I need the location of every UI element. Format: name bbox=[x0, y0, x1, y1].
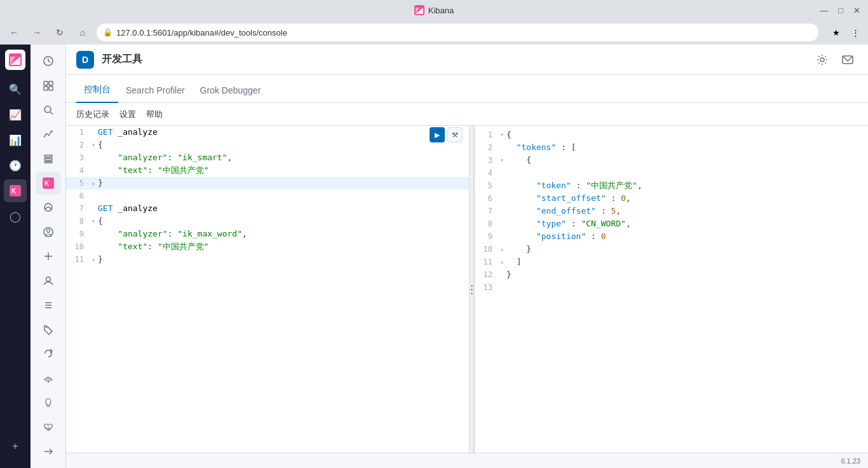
app-logo: D bbox=[76, 51, 94, 69]
sidebar-item-visualize[interactable] bbox=[36, 123, 61, 146]
back-button[interactable]: ← bbox=[5, 24, 23, 41]
svg-rect-12 bbox=[49, 81, 53, 85]
sidebar-item-user[interactable] bbox=[36, 269, 61, 292]
sidebar-item-redo[interactable] bbox=[36, 342, 61, 365]
add-icon bbox=[43, 251, 54, 262]
editor-line-4: 4 "text": "中国共产党" bbox=[66, 164, 469, 177]
signal-icon bbox=[43, 373, 54, 384]
editor-line-8: 8 ▾ { bbox=[66, 215, 469, 228]
arrow-right-icon bbox=[43, 446, 54, 457]
dashboard-icon bbox=[43, 80, 54, 92]
url-text: 127.0.0.1:5601/app/kibana#/dev_tools/con… bbox=[116, 28, 287, 38]
editor-line-6: 6 bbox=[66, 189, 469, 202]
svg-text:K: K bbox=[44, 180, 50, 187]
editor-area: ▶ ⚒ 1 GET _analyze 2 ▾ { bbox=[66, 126, 868, 453]
nav-visualize[interactable]: 📈 bbox=[4, 103, 27, 126]
svg-point-35 bbox=[820, 58, 824, 62]
sidebar-item-clock[interactable] bbox=[36, 50, 61, 72]
mail-icon[interactable] bbox=[837, 50, 858, 70]
output-line-10: 10 ▴ } bbox=[475, 243, 868, 256]
nav-discover[interactable]: 🔍 bbox=[4, 78, 27, 100]
editor-line-9: 9 "analyzer": "ik_max_word", bbox=[66, 228, 469, 240]
output-line-3: 3 ▾ { bbox=[475, 154, 868, 167]
sidebar-item-list[interactable] bbox=[36, 294, 61, 317]
output-line-1: 1 ▾ { bbox=[475, 128, 868, 141]
output-pane: 1 ▾ { 2 "tokens" : [ 3 ▾ { bbox=[474, 126, 868, 453]
app-header: D 开发工具 bbox=[66, 45, 868, 75]
nav-devtools[interactable]: K bbox=[4, 179, 27, 202]
sidebar-item-dashboard[interactable] bbox=[36, 74, 61, 97]
editor-line-1: 1 GET _analyze bbox=[66, 126, 469, 139]
github-icon bbox=[43, 226, 54, 238]
extensions-icon[interactable]: ★ bbox=[829, 25, 844, 40]
svg-rect-11 bbox=[44, 81, 48, 85]
sidebar-item-devtools[interactable]: K bbox=[36, 172, 61, 195]
output-line-2: 2 "tokens" : [ bbox=[475, 141, 868, 154]
sidebar-item-tag[interactable] bbox=[36, 318, 61, 341]
nav-dashboard[interactable]: 📊 bbox=[4, 128, 27, 151]
url-box[interactable]: 🔒 127.0.0.1:5601/app/kibana#/dev_tools/c… bbox=[97, 24, 818, 41]
sidebar-item-signal[interactable] bbox=[36, 367, 61, 390]
browser-menu-icon[interactable]: ⋮ bbox=[848, 25, 863, 40]
main-content: D 开发工具 控制台 Se bbox=[66, 45, 868, 468]
search-icon bbox=[43, 104, 54, 116]
settings-button[interactable]: 设置 bbox=[119, 106, 136, 123]
editor-line-7: 7 GET _analyze bbox=[66, 202, 469, 215]
help-button[interactable]: 帮助 bbox=[146, 106, 163, 123]
kibana-sidebar: K bbox=[31, 45, 66, 468]
app-container: 🔍 📈 📊 🕐 K ◯ + bbox=[0, 45, 868, 468]
output-line-4: 4 bbox=[475, 167, 868, 179]
home-button[interactable]: ⌂ bbox=[74, 24, 92, 41]
browser-chrome: Kibana — □ ✕ ← → ↻ ⌂ 🔒 127.0.0.1:5601/ap… bbox=[0, 0, 868, 45]
svg-line-16 bbox=[50, 112, 53, 114]
output-line-7: 7 "end_offset" : 5, bbox=[475, 205, 868, 217]
editor-content[interactable]: 1 GET _analyze 2 ▾ { 3 "analyzer bbox=[66, 126, 469, 453]
editor-pane: ▶ ⚒ 1 GET _analyze 2 ▾ { bbox=[66, 126, 469, 453]
nav-timelion[interactable]: 🕐 bbox=[4, 154, 27, 177]
far-left-nav: 🔍 📈 📊 🕐 K ◯ + bbox=[0, 45, 31, 468]
sidebar-item-github[interactable] bbox=[36, 221, 61, 244]
tab-search-profiler[interactable]: Search Profiler bbox=[118, 85, 193, 103]
reload-button[interactable]: ↻ bbox=[51, 24, 69, 41]
sidebar-item-lightbulb[interactable] bbox=[36, 391, 61, 414]
sidebar-item-index[interactable] bbox=[36, 147, 61, 170]
console-toolbar: 历史记录 设置 帮助 bbox=[66, 103, 868, 126]
svg-point-31 bbox=[46, 327, 47, 328]
sidebar-item-arrow-right[interactable] bbox=[36, 440, 61, 463]
index-icon bbox=[43, 153, 54, 165]
editor-line-11: 11 ▴ } bbox=[66, 253, 469, 266]
chart-icon bbox=[43, 128, 54, 140]
forward-button[interactable]: → bbox=[28, 24, 46, 41]
maximize-button[interactable]: □ bbox=[838, 6, 843, 15]
output-line-13: 13 bbox=[475, 281, 868, 294]
lightbulb-icon bbox=[43, 397, 54, 408]
sidebar-item-heart[interactable] bbox=[36, 415, 61, 438]
tab-console[interactable]: 控制台 bbox=[76, 84, 118, 103]
sidebar-item-add[interactable] bbox=[36, 245, 61, 268]
wrench-button[interactable]: ⚒ bbox=[447, 127, 463, 142]
close-button[interactable]: ✕ bbox=[853, 6, 860, 15]
minimize-button[interactable]: — bbox=[820, 6, 828, 15]
output-line-6: 6 "start_offset" : 0, bbox=[475, 192, 868, 205]
settings-icon[interactable] bbox=[812, 50, 832, 70]
editor-line-10: 10 "text": "中国共产党" bbox=[66, 240, 469, 253]
divider-dot-2 bbox=[471, 289, 473, 291]
history-button[interactable]: 历史记录 bbox=[76, 106, 109, 123]
nav-add[interactable]: + bbox=[4, 435, 27, 458]
pane-divider[interactable] bbox=[469, 126, 474, 453]
output-line-8: 8 "type" : "CN_WORD", bbox=[475, 217, 868, 230]
sidebar-item-search[interactable] bbox=[36, 99, 61, 121]
sidebar-item-monitoring[interactable] bbox=[36, 196, 61, 219]
svg-point-27 bbox=[46, 277, 50, 282]
monitoring-icon bbox=[43, 202, 54, 213]
output-line-5: 5 "token" : "中国共产党", bbox=[475, 179, 868, 192]
svg-rect-13 bbox=[44, 86, 48, 90]
tab-grok-debugger[interactable]: Grok Debugger bbox=[193, 85, 269, 103]
output-line-12: 12 } bbox=[475, 268, 868, 281]
window-controls[interactable]: — □ ✕ bbox=[820, 6, 860, 15]
nav-monitoring[interactable]: ◯ bbox=[4, 205, 27, 228]
run-button[interactable]: ▶ bbox=[430, 127, 445, 142]
svg-rect-14 bbox=[49, 86, 53, 90]
output-line-11: 11 ▴ ] bbox=[475, 256, 868, 268]
status-bar: 6.1.23 bbox=[66, 453, 868, 468]
